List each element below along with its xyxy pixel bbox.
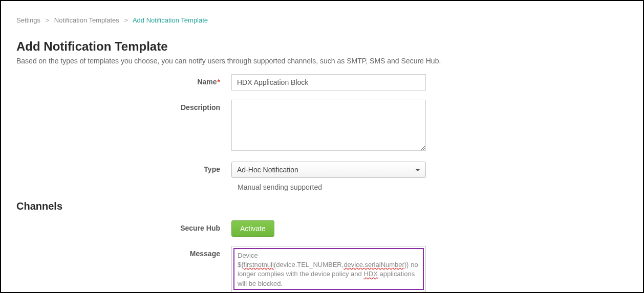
description-textarea[interactable] bbox=[231, 100, 426, 151]
row-description: Description bbox=[16, 100, 628, 152]
breadcrumb-sep: > bbox=[124, 16, 128, 24]
breadcrumb-sep: > bbox=[46, 16, 50, 24]
type-helper-text: Manual sending supported bbox=[231, 183, 426, 191]
required-asterisk: * bbox=[218, 78, 220, 86]
label-type: Type bbox=[16, 162, 231, 173]
label-message: Message bbox=[16, 246, 231, 258]
breadcrumb: Settings > Notification Templates > Add … bbox=[16, 16, 628, 24]
row-type: Type Ad-Hoc Notification Manual sending … bbox=[16, 162, 628, 191]
label-description: Description bbox=[16, 100, 231, 111]
label-name: Name* bbox=[16, 74, 231, 86]
type-select-value: Ad-Hoc Notification bbox=[237, 166, 298, 174]
breadcrumb-templates[interactable]: Notification Templates bbox=[54, 16, 119, 24]
activate-button[interactable]: Activate bbox=[231, 220, 274, 237]
breadcrumb-current: Add Notification Template bbox=[133, 16, 208, 24]
msg-text-spell: firstnotnull bbox=[244, 261, 274, 268]
message-content[interactable]: Device ${firstnotnull(device.TEL_NUMBER,… bbox=[233, 248, 424, 290]
chevron-down-icon bbox=[415, 169, 420, 171]
msg-text-spell: device.serialNumber bbox=[344, 261, 404, 268]
page-frame: Settings > Notification Templates > Add … bbox=[0, 0, 644, 293]
row-secure-hub: Secure Hub Activate bbox=[16, 220, 628, 237]
page-subtitle: Based on the types of templates you choo… bbox=[16, 57, 628, 65]
label-secure-hub: Secure Hub bbox=[16, 220, 231, 232]
page-title: Add Notification Template bbox=[16, 39, 628, 54]
row-name: Name* bbox=[16, 74, 628, 91]
type-select[interactable]: Ad-Hoc Notification bbox=[231, 162, 426, 178]
msg-text: (device.TEL_NUMBER, bbox=[274, 261, 344, 268]
msg-text-spell: HDX bbox=[363, 270, 377, 278]
name-input[interactable] bbox=[231, 74, 426, 91]
breadcrumb-settings[interactable]: Settings bbox=[16, 16, 40, 24]
message-box[interactable]: Device ${firstnotnull(device.TEL_NUMBER,… bbox=[231, 246, 426, 293]
label-name-text: Name bbox=[197, 78, 217, 86]
channels-heading: Channels bbox=[16, 200, 628, 212]
resize-handle-icon[interactable] bbox=[418, 289, 424, 293]
row-message: Message Device ${firstnotnull(device.TEL… bbox=[16, 246, 628, 293]
